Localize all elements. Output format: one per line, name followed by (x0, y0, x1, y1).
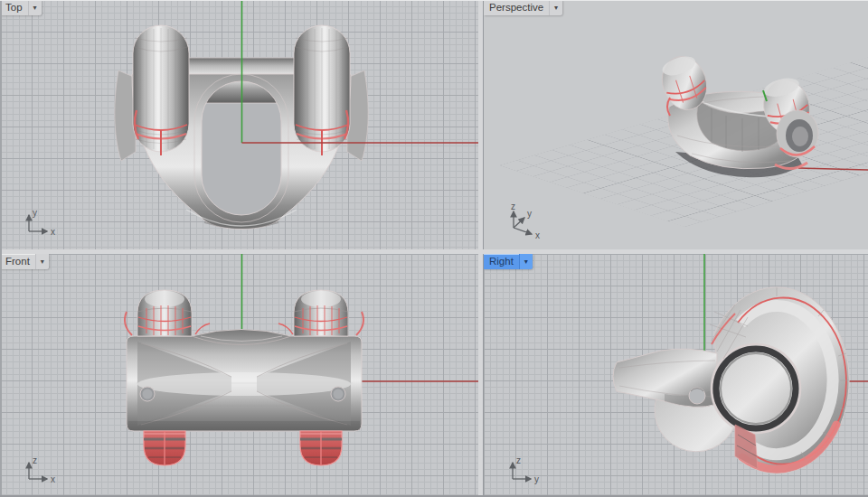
axis-label-y: y (534, 474, 539, 484)
axis-indicator-right: z y (505, 452, 547, 488)
front-view-scene (0, 254, 478, 497)
axis-label-z: z (33, 455, 37, 465)
viewport-label-perspective[interactable]: Perspective ▾ (484, 0, 562, 15)
axis-label-z: z (511, 202, 515, 211)
axis-label-y: y (33, 208, 37, 218)
axis-label-z: z (516, 455, 521, 465)
window-edge-left (0, 0, 2, 497)
axis-label-x: x (535, 230, 540, 240)
axis-label-y: y (527, 209, 532, 219)
axis-label-x: x (51, 474, 55, 484)
axis-indicator-perspective: z y x (505, 201, 551, 240)
top-view-scene (0, 0, 478, 249)
viewport-front[interactable]: Front ▾ z x (0, 254, 478, 497)
viewport-label-right[interactable]: Right ▾ (484, 254, 533, 269)
window-edge-top (0, 0, 868, 1)
viewport-label-top[interactable]: Top ▾ (0, 0, 42, 15)
axis-label-x: x (51, 227, 55, 237)
viewport-grid: Top ▾ y x (0, 0, 868, 497)
viewport-menu-button[interactable]: ▾ (28, 0, 42, 15)
viewport-menu-button[interactable]: ▾ (35, 254, 49, 269)
viewport-top[interactable]: Top ▾ y x (0, 0, 478, 249)
viewport-title: Front (0, 254, 35, 269)
model-right-view[interactable] (613, 287, 849, 474)
viewport-menu-button[interactable]: ▾ (549, 0, 562, 15)
viewport-perspective[interactable]: Perspective ▾ z y x (483, 0, 868, 249)
chevron-down-icon: ▾ (524, 254, 528, 269)
chevron-down-icon: ▾ (41, 254, 44, 269)
axis-indicator-front: z x (22, 452, 63, 488)
viewport-label-front[interactable]: Front ▾ (0, 254, 49, 269)
axis-indicator-top: y x (22, 204, 63, 240)
model-front-view[interactable] (125, 290, 363, 465)
viewport-title: Right (484, 254, 519, 269)
viewport-right[interactable]: Right ▾ z y (483, 254, 868, 497)
chevron-down-icon: ▾ (33, 0, 37, 15)
viewport-title: Perspective (484, 0, 549, 15)
chevron-down-icon: ▾ (554, 0, 558, 15)
viewport-menu-button[interactable]: ▾ (519, 254, 533, 269)
viewport-title: Top (0, 0, 28, 15)
